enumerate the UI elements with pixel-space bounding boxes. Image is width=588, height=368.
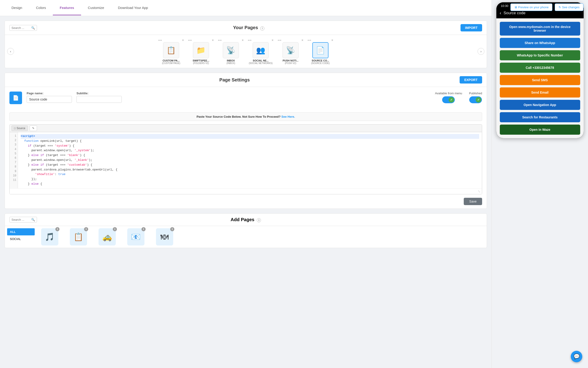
chat-bubble[interactable]: 💬 <box>571 351 582 362</box>
page-settings-title: Page Settings <box>219 77 250 82</box>
move-icon[interactable]: ⟺ <box>158 39 162 42</box>
close-icon[interactable]: ✕ <box>331 39 333 42</box>
source-code-icon: 📄 <box>13 95 19 101</box>
close-icon[interactable]: ✕ <box>212 39 214 42</box>
info-icon[interactable]: ℹ <box>260 26 264 30</box>
pages-list: ⟺ ✕ 📋 CUSTOM PA... (CUSTOM PAGE) ⟺ ✕ 📁 <box>15 38 476 64</box>
info-badge[interactable]: ℹ <box>84 227 88 231</box>
add-pages-title: Add Pages ℹ <box>39 217 452 222</box>
add-pages-info-icon[interactable]: ℹ <box>257 218 261 222</box>
page-type: (PUSH V2) <box>285 62 296 64</box>
save-row: Save <box>5 198 487 209</box>
page-icon: 📡 <box>223 42 239 58</box>
info-badge[interactable]: ℹ <box>55 227 59 231</box>
source-hint-link[interactable]: See Here. <box>281 115 295 118</box>
add-page-taxi[interactable]: 🚕 ℹ <box>94 228 120 246</box>
move-icon[interactable]: ⟺ <box>218 39 222 42</box>
resize-icon: ⤡ <box>478 190 481 193</box>
tab-design[interactable]: Design <box>5 1 29 15</box>
tab-customize[interactable]: Customize <box>81 1 111 15</box>
info-badge[interactable]: ℹ <box>113 227 117 231</box>
add-pages-section: 🔍 Add Pages ℹ ALL SOCIAL 🎵 ℹ <box>5 213 487 248</box>
page-item-social[interactable]: ⟺ ✕ 👥 SOCIAL NE... (SOCIAL NETWORKS) <box>247 38 274 64</box>
phone-btn-email[interactable]: Send Email <box>500 87 580 98</box>
add-page-list[interactable]: 📋 ℹ <box>66 228 91 246</box>
available-menu-toggle: Available from menu <box>435 92 462 103</box>
page-settings-section: Page Settings EXPORT 📄 Page name: Subtit… <box>5 73 487 209</box>
phone-btn-whatsapp[interactable]: Share on WhatsApp <box>500 38 580 48</box>
preview-panel: 10:30 ▌▌ ᯤ 🔋 ‹ Source code Open www.mydo… <box>492 0 588 368</box>
page-item-source[interactable]: ⟺ ✕ 📄 SOURCE CO... (SOURCE CODE) <box>307 38 334 64</box>
add-pages-search-box[interactable]: 🔍 <box>10 217 37 222</box>
tab-download[interactable]: Download Your App <box>111 1 155 15</box>
tab-features[interactable]: Features <box>53 1 81 15</box>
page-item-custom[interactable]: ⟺ ✕ 📋 CUSTOM PA... (CUSTOM PAGE) <box>157 38 185 64</box>
available-menu-toggle-btn[interactable] <box>442 96 455 103</box>
phone-title: Source code <box>503 11 525 15</box>
pages-search-box[interactable]: 🔍 <box>10 25 37 31</box>
edit-btn[interactable]: ✎ <box>30 126 37 131</box>
phone-btn-restaurants[interactable]: Search for Restaurants <box>500 112 580 122</box>
move-icon[interactable]: ⟺ <box>248 39 251 42</box>
page-icon: 📄 <box>312 42 328 58</box>
close-icon[interactable]: ✕ <box>182 39 184 42</box>
code-editor[interactable]: 12345 67891011 <script> function openLin… <box>10 132 482 188</box>
export-button[interactable]: EXPORT <box>460 76 482 83</box>
published-toggle: Published <box>469 92 482 103</box>
page-type: (CUSTOM PAGE) <box>162 62 180 64</box>
move-icon[interactable]: ⟺ <box>278 39 281 42</box>
phone-btn-call[interactable]: Call +33012345678 <box>500 63 580 73</box>
save-button[interactable]: Save <box>464 198 482 205</box>
nav-tabs: Design Colors Features Customize Downloa… <box>5 1 155 15</box>
resize-handle[interactable]: ⤡ <box>10 188 482 194</box>
move-icon[interactable]: ⟺ <box>188 39 192 42</box>
close-icon[interactable]: ✕ <box>301 39 303 42</box>
info-badge[interactable]: ℹ <box>170 227 174 231</box>
page-type: (SOCIAL NETWORKS) <box>249 62 273 64</box>
search-icon: 🔍 <box>31 26 35 30</box>
category-social[interactable]: SOCIAL <box>7 235 35 242</box>
close-icon[interactable]: ✕ <box>242 39 244 42</box>
page-name: PUSH NOTI... <box>282 59 298 62</box>
phone-btn-navigation[interactable]: Open Navigation App <box>500 100 580 110</box>
page-settings-body: 📄 Page name: Subtitle: Available from me… <box>5 87 487 112</box>
source-btn[interactable]: □ Source <box>11 126 28 131</box>
add-page-email[interactable]: 📧 ℹ <box>123 228 148 246</box>
phone-btn-whatsapp-number[interactable]: WhatsApp to Specific Number <box>500 50 580 60</box>
phone-btn-waze[interactable]: Open in Waze <box>500 125 580 135</box>
add-page-music[interactable]: 🎵 ℹ <box>37 228 62 246</box>
chat-icon: 💬 <box>574 354 580 359</box>
subtitle-label: Subtitle: <box>77 92 122 95</box>
music-icon-box: 🎵 ℹ <box>41 228 58 246</box>
page-item-push[interactable]: ⟺ ✕ 📡 PUSH NOTI... (PUSH V2) <box>277 38 304 64</box>
back-icon[interactable]: ‹ <box>500 10 501 16</box>
add-pages-search-input[interactable] <box>11 218 30 221</box>
phone-time: 10:30 <box>501 4 509 8</box>
pages-search-input[interactable] <box>11 26 30 30</box>
category-all[interactable]: ALL <box>7 228 35 235</box>
code-content[interactable]: <script> function openLink(url, target) … <box>18 132 482 188</box>
published-toggle-btn[interactable] <box>469 96 482 103</box>
phone-btn-open-browser[interactable]: Open www.mydomain.com in the device brow… <box>500 22 580 36</box>
page-icon: 📁 <box>193 42 209 58</box>
carousel-next[interactable]: › <box>478 48 484 55</box>
carousel-prev[interactable]: ‹ <box>7 48 14 55</box>
move-icon[interactable]: ⟺ <box>308 39 311 42</box>
close-icon[interactable]: ✕ <box>271 39 274 42</box>
phone-content: Open www.mydomain.com in the device brow… <box>496 18 584 138</box>
subtitle-input[interactable] <box>77 96 122 103</box>
page-item-swiftspee[interactable]: ⟺ ✕ 📁 SWIFTSPEE... (FOLDERS V2) <box>187 38 215 64</box>
top-navigation: Design Colors Features Customize Downloa… <box>0 0 492 16</box>
phone-btn-sms[interactable]: Send SMS <box>500 75 580 85</box>
code-editor-wrap: □ Source ✎ 12345 67891011 <script> funct… <box>10 124 482 194</box>
tab-colors[interactable]: Colors <box>29 1 53 15</box>
page-name-input[interactable] <box>27 96 72 103</box>
add-page-restaurant[interactable]: 🍽 ℹ <box>152 228 177 246</box>
import-button[interactable]: IMPORT <box>461 24 482 31</box>
page-item-inbox[interactable]: ⟺ ✕ 📡 INBOX (INBOX) <box>217 38 245 64</box>
page-type: (FOLDERS V2) <box>193 62 209 64</box>
info-badge[interactable]: ℹ <box>142 227 146 231</box>
page-type: (SOURCE CODE) <box>311 62 330 64</box>
page-settings-header: Page Settings EXPORT <box>5 73 487 87</box>
page-icon-preview: 📄 <box>10 92 22 104</box>
